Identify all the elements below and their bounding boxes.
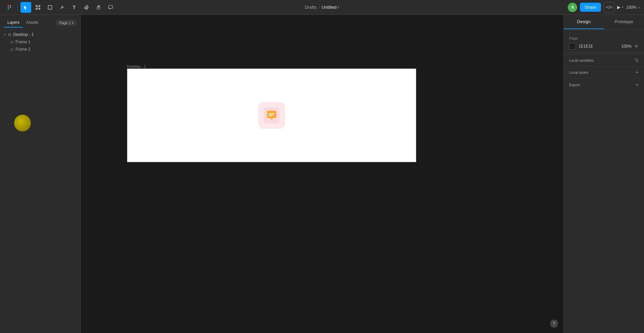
svg-rect-10 bbox=[48, 5, 52, 9]
thumbnail-area bbox=[0, 53, 80, 80]
tab-layers[interactable]: Layers bbox=[4, 18, 23, 27]
figma-logo-button[interactable] bbox=[4, 2, 15, 13]
chevron-icon: ▾ bbox=[4, 33, 6, 36]
component-icon: ⊟ bbox=[9, 40, 14, 44]
component-tool[interactable] bbox=[81, 2, 92, 13]
page-section: Page 1E1E1E 100% 👁 bbox=[564, 34, 644, 53]
user-avatar[interactable]: A bbox=[568, 3, 577, 12]
right-content: Page 1E1E1E 100% 👁 Local variables ⇅ Loc… bbox=[564, 30, 644, 333]
share-button[interactable]: Share bbox=[580, 3, 601, 12]
tab-assets[interactable]: Assets bbox=[23, 18, 42, 27]
divider-3 bbox=[564, 78, 644, 79]
zoom-control[interactable]: 100% ▾ bbox=[626, 5, 640, 10]
canvas-frame[interactable] bbox=[127, 68, 416, 162]
svg-rect-2 bbox=[8, 7, 9, 8]
file-name[interactable]: Untitled ▾ bbox=[322, 5, 339, 10]
layer-item-frame1[interactable]: ⊟ Frame 1 bbox=[0, 38, 80, 46]
tab-prototype[interactable]: Prototype bbox=[604, 15, 644, 29]
left-panel: Layers Assets Page 1 ▾ ▾ ⊞ Desktop - 1 ⊟… bbox=[0, 15, 81, 333]
breadcrumb-drafts[interactable]: Drafts bbox=[305, 5, 317, 10]
separator-1 bbox=[17, 4, 18, 11]
shape-tool[interactable] bbox=[45, 2, 55, 13]
export-section[interactable]: Export + bbox=[564, 80, 644, 90]
page-selector[interactable]: Page 1 ▾ bbox=[56, 20, 76, 26]
topbar-right: A Share </> ▶ ▾ 100% ▾ bbox=[568, 2, 640, 13]
svg-rect-1 bbox=[10, 5, 11, 6]
page-section-label: Page bbox=[569, 36, 639, 40]
sort-icon[interactable]: ⇅ bbox=[635, 58, 639, 63]
frame-tool[interactable] bbox=[33, 2, 43, 13]
comment-tool[interactable] bbox=[105, 2, 116, 13]
component-icon-2: ⊟ bbox=[9, 48, 14, 51]
code-button[interactable]: </> bbox=[604, 2, 614, 13]
breadcrumb-separator: / bbox=[318, 5, 320, 10]
chat-icon-inner bbox=[263, 107, 280, 124]
svg-rect-14 bbox=[87, 6, 89, 8]
svg-rect-17 bbox=[269, 113, 275, 114]
divider-1 bbox=[564, 54, 644, 54]
chat-icon-component bbox=[258, 102, 285, 129]
canvas-frame-label: Desktop - 1 bbox=[127, 64, 146, 68]
svg-point-4 bbox=[10, 7, 11, 8]
topbar-breadcrumb: Drafts / Untitled ▾ bbox=[305, 5, 339, 10]
add-local-style-button[interactable]: + bbox=[636, 70, 639, 75]
page-color-swatch[interactable] bbox=[569, 43, 576, 50]
tab-design[interactable]: Design bbox=[564, 15, 604, 29]
svg-rect-15 bbox=[108, 5, 112, 8]
page-color-row: 1E1E1E 100% 👁 bbox=[569, 43, 639, 50]
layer-group-desktop1[interactable]: ▾ ⊞ Desktop - 1 bbox=[0, 31, 80, 38]
svg-rect-9 bbox=[37, 6, 39, 8]
text-tool[interactable]: T bbox=[69, 2, 80, 13]
hand-tool[interactable] bbox=[93, 2, 104, 13]
select-tool[interactable] bbox=[20, 2, 31, 13]
local-variables-section[interactable]: Local variables ⇅ bbox=[564, 56, 644, 65]
topbar-left: T bbox=[4, 2, 116, 13]
eye-icon[interactable]: 👁 bbox=[634, 44, 639, 49]
add-export-button[interactable]: + bbox=[636, 82, 639, 88]
svg-rect-18 bbox=[269, 115, 273, 116]
main-area: Layers Assets Page 1 ▾ ▾ ⊞ Desktop - 1 ⊟… bbox=[0, 15, 644, 333]
local-styles-section[interactable]: Local styles + bbox=[564, 68, 644, 77]
right-panel: Design Prototype Page 1E1E1E 100% 👁 Loc bbox=[563, 15, 644, 333]
help-button[interactable]: ? bbox=[550, 320, 558, 328]
svg-rect-0 bbox=[8, 5, 9, 6]
svg-rect-3 bbox=[8, 8, 9, 10]
pen-tool[interactable] bbox=[57, 2, 67, 13]
page-color-value[interactable]: 1E1E1E bbox=[579, 44, 593, 49]
divider-2 bbox=[564, 66, 644, 66]
left-tabs: Layers Assets Page 1 ▾ bbox=[0, 15, 80, 28]
play-button[interactable]: ▶ ▾ bbox=[617, 5, 624, 10]
svg-rect-12 bbox=[86, 5, 88, 7]
frame-icon: ⊞ bbox=[7, 33, 12, 37]
canvas-area[interactable]: Desktop - 1 ? bbox=[81, 15, 563, 333]
right-tabs: Design Prototype bbox=[564, 15, 644, 30]
layer-tree: ▾ ⊞ Desktop - 1 ⊟ Frame 1 ⊟ Frame 2 bbox=[0, 28, 80, 333]
topbar: T Drafts / Untit bbox=[0, 0, 644, 15]
layer-item-frame2[interactable]: ⊟ Frame 2 bbox=[0, 46, 80, 53]
layer-thumbnail-circle bbox=[14, 115, 31, 131]
page-opacity-value[interactable]: 100% bbox=[621, 44, 632, 49]
